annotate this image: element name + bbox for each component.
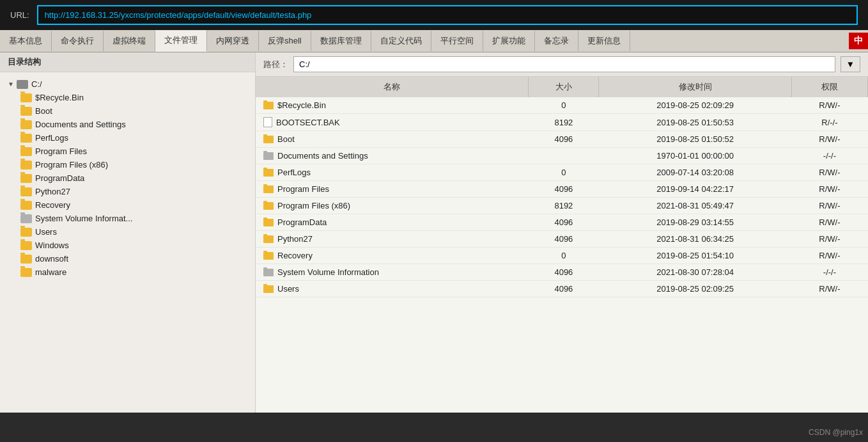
folder-icon: [263, 202, 274, 210]
col-size: 大小: [529, 77, 599, 97]
sidebar-label-windows: Windows: [35, 241, 69, 250]
folder-icon: [263, 219, 274, 226]
sidebar-item-recovery[interactable]: Recovery: [18, 198, 250, 212]
folder-icon: [20, 255, 32, 264]
folder-icon: [20, 187, 32, 196]
file-date: 2019-08-25 02:09:25: [599, 281, 791, 297]
sidebar-item-python27[interactable]: Python27: [18, 185, 250, 198]
folder-icon: [20, 201, 32, 210]
folder-icon: [20, 147, 32, 156]
file-name: System Volume Information: [277, 267, 379, 277]
folder-icon: [20, 134, 32, 143]
file-size: [529, 148, 599, 164]
tab-intranet[interactable]: 内网穿透: [207, 31, 259, 51]
sidebar-item-programdata[interactable]: ProgramData: [18, 171, 250, 185]
lang-icon[interactable]: 中: [849, 33, 868, 49]
file-perm: R/W/-: [791, 231, 867, 248]
path-input[interactable]: [293, 56, 835, 72]
content-panel: 路径： ▼ 名称 大小 修改时间 权限 $Recycle.Bin02019-08…: [256, 52, 868, 413]
sidebar-label-downsoft: downsoft: [35, 254, 68, 264]
file-name: BOOTSECT.BAK: [276, 118, 340, 127]
table-row[interactable]: Recovery02019-08-25 01:54:10R/W/-: [256, 248, 868, 264]
table-row[interactable]: Documents and Settings1970-01-01 00:00:0…: [256, 148, 868, 164]
table-row[interactable]: BOOTSECT.BAK81922019-08-25 01:50:53R/-/-: [256, 114, 868, 131]
path-label: 路径：: [263, 59, 288, 70]
tab-reverse-shell[interactable]: 反弹shell: [259, 31, 311, 51]
file-name: Program Files: [277, 184, 329, 194]
folder-icon-gray: [20, 214, 32, 223]
sidebar-item-system-volume[interactable]: System Volume Informat...: [18, 212, 250, 225]
folder-icon: [20, 268, 32, 277]
sidebar-item-drive[interactable]: ▼ C:/: [5, 77, 250, 91]
file-name: Python27: [277, 234, 313, 244]
folder-icon: [20, 93, 32, 102]
file-perm: R/W/-: [791, 131, 867, 148]
sidebar-item-boot[interactable]: Boot: [18, 104, 250, 118]
file-name: PerfLogs: [277, 168, 311, 177]
file-name: ProgramData: [277, 217, 327, 227]
tab-memo[interactable]: 备忘录: [535, 31, 578, 51]
col-name: 名称: [256, 77, 529, 97]
sidebar-item-program-files[interactable]: Program Files: [18, 145, 250, 158]
tab-cmd-exec[interactable]: 命令执行: [52, 31, 104, 51]
drive-icon: [17, 80, 28, 89]
col-perm: 权限: [791, 77, 867, 97]
sidebar-item-windows[interactable]: Windows: [18, 239, 250, 252]
tab-custom-code[interactable]: 自定义代码: [371, 31, 431, 51]
url-input[interactable]: [37, 5, 858, 25]
sidebar-item-documents[interactable]: Documents and Settings: [18, 118, 250, 131]
sidebar-item-users[interactable]: Users: [18, 225, 250, 239]
folder-icon: [20, 241, 32, 250]
table-row[interactable]: Users40962019-08-25 02:09:25R/W/-: [256, 281, 868, 297]
table-row[interactable]: Boot40962019-08-25 01:50:52R/W/-: [256, 131, 868, 148]
folder-icon: [263, 269, 274, 276]
drive-label: C:/: [31, 79, 42, 89]
tab-db-mgmt[interactable]: 数据库管理: [311, 31, 371, 51]
file-date: 2019-08-25 01:54:10: [599, 248, 791, 264]
table-row[interactable]: ProgramData40962019-08-29 03:14:55R/W/-: [256, 214, 868, 231]
file-icon: [263, 117, 272, 127]
file-size: 0: [529, 248, 599, 264]
file-date: 2019-08-25 01:50:53: [599, 114, 791, 131]
table-row[interactable]: Program Files40962019-09-14 04:22:17R/W/…: [256, 181, 868, 198]
sidebar-scroll[interactable]: ▼ C:/ $Recycle.Bin Boot Documen: [0, 72, 255, 413]
sidebar-item-perflogs[interactable]: PerfLogs: [18, 131, 250, 145]
file-perm: -/-/-: [791, 264, 867, 281]
folder-icon: [20, 174, 32, 183]
tree-toggle-drive: ▼: [8, 81, 17, 88]
table-row[interactable]: System Volume Information40962021-08-30 …: [256, 264, 868, 281]
main-area: 目录结构 ▼ C:/ $Recycle.Bin Boot: [0, 52, 868, 413]
file-date: 2019-08-25 02:09:29: [599, 97, 791, 114]
table-row[interactable]: PerfLogs02009-07-14 03:20:08R/W/-: [256, 164, 868, 181]
path-dropdown-button[interactable]: ▼: [841, 56, 860, 72]
sidebar-label-python27: Python27: [35, 187, 70, 196]
file-table: 名称 大小 修改时间 权限 $Recycle.Bin02019-08-25 02…: [256, 77, 868, 413]
sidebar-label-program-files-x86: Program Files (x86): [35, 160, 108, 170]
sidebar-label-malware: malware: [35, 267, 66, 277]
folder-icon: [263, 169, 274, 177]
table-row[interactable]: $Recycle.Bin02019-08-25 02:09:29R/W/-: [256, 97, 868, 114]
sidebar-item-recycle-bin[interactable]: $Recycle.Bin: [18, 91, 250, 104]
file-name: Users: [277, 284, 299, 294]
table-row[interactable]: Program Files (x86)81922021-08-31 05:49:…: [256, 198, 868, 214]
file-size: 4096: [529, 181, 599, 198]
tab-parallel-space[interactable]: 平行空间: [431, 31, 483, 51]
tab-update-info[interactable]: 更新信息: [578, 31, 630, 51]
file-size: 4096: [529, 131, 599, 148]
sidebar-label-system-volume: System Volume Informat...: [35, 214, 132, 223]
sidebar-item-downsoft[interactable]: downsoft: [18, 252, 250, 265]
folder-icon: [263, 152, 274, 160]
tab-file-mgmt[interactable]: 文件管理: [155, 30, 207, 52]
tab-extend[interactable]: 扩展功能: [483, 31, 535, 51]
tab-virtual-terminal[interactable]: 虚拟终端: [104, 31, 155, 51]
sidebar-item-malware[interactable]: malware: [18, 265, 250, 279]
file-size: 0: [529, 97, 599, 114]
folder-icon: [20, 161, 32, 170]
sidebar-item-program-files-x86[interactable]: Program Files (x86): [18, 158, 250, 171]
file-perm: R/W/-: [791, 97, 867, 114]
file-date: 2021-08-31 06:34:25: [599, 231, 791, 248]
sidebar-label-recycle-bin: $Recycle.Bin: [35, 93, 84, 102]
sidebar-label-programdata: ProgramData: [35, 173, 84, 183]
table-row[interactable]: Python2740962021-08-31 06:34:25R/W/-: [256, 231, 868, 248]
tab-basic-info[interactable]: 基本信息: [0, 31, 52, 51]
